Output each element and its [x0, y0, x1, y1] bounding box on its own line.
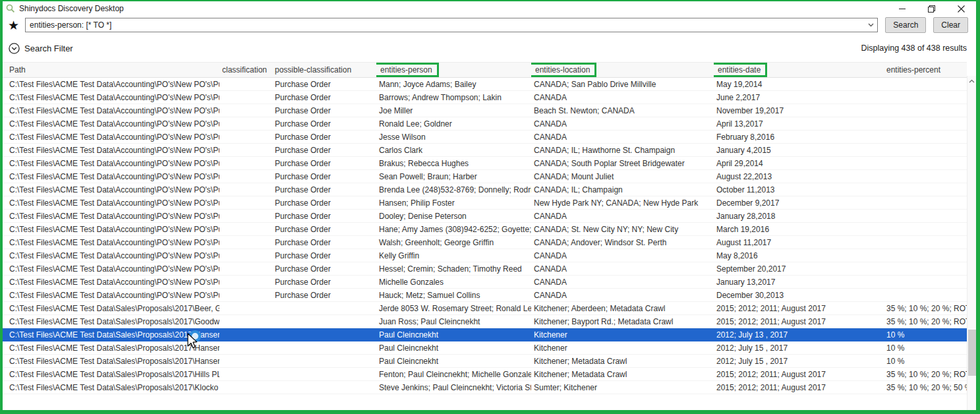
table-row[interactable]: C:\Test Files\ACME Test Data\Accounting\… [3, 117, 967, 131]
cell-entities-location: CANADA; South Poplar Street Bridgewater [531, 157, 714, 170]
cell-entities-date: December 9,2017 [714, 196, 884, 210]
column-header-possible-classification[interactable]: possible-classification [272, 63, 376, 78]
table-row[interactable]: C:\Test Files\ACME Test Data\Accounting\… [3, 131, 967, 144]
table-row[interactable]: C:\Test Files\ACME Test Data\Sales\Propo… [3, 355, 967, 368]
table-row[interactable]: C:\Test Files\ACME Test Data\Accounting\… [3, 289, 967, 302]
magnifier-app-icon [6, 4, 15, 13]
search-filter-toggle[interactable]: Search Filter [9, 43, 73, 54]
cell-entities-date: 2015; 2012; 2011; August 2017 [714, 368, 884, 381]
cell-entities-location: CANADA; St. New City NY; NY; New City [531, 223, 714, 236]
table-row[interactable]: C:\Test Files\ACME Test Data\Accounting\… [3, 210, 967, 223]
cell-entities-date: 2015; 2012; 2011; August 2017 [714, 381, 884, 394]
table-row[interactable]: C:\Test Files\ACME Test Data\Accounting\… [3, 236, 967, 249]
minimize-button[interactable] [887, 1, 917, 16]
column-header-entities-date[interactable]: entities-date [714, 63, 884, 78]
column-header-classification[interactable]: classification [219, 63, 272, 78]
table-row[interactable]: C:\Test Files\ACME Test Data\Accounting\… [3, 262, 967, 276]
cell-entities-percent: 35 %; 10 %; 20 %; 50 %; 5 [884, 381, 967, 394]
table-row[interactable]: C:\Test Files\ACME Test Data\Accounting\… [3, 104, 967, 117]
cell-entities-percent [884, 236, 967, 249]
scroll-up-button[interactable] [967, 76, 976, 86]
cell-classification [219, 210, 272, 223]
cell-entities-person: Carlos Clark [376, 144, 531, 157]
table-row[interactable]: C:\Test Files\ACME Test Data\Accounting\… [3, 249, 967, 262]
table-row[interactable]: C:\Test Files\ACME Test Data\Sales\Propo… [3, 381, 967, 394]
vertical-scrollbar[interactable] [967, 76, 976, 410]
cell-entities-percent [884, 144, 967, 157]
cell-possible-classification: Purchase Order [272, 104, 376, 117]
cell-entities-location: New Hyde Park NY; CANADA; New Hyde Park [531, 196, 714, 210]
cell-possible-classification [272, 381, 376, 394]
table-row[interactable]: C:\Test Files\ACME Test Data\Accounting\… [3, 78, 967, 91]
cell-path: C:\Test Files\ACME Test Data\Accounting\… [3, 276, 219, 289]
column-header-entities-percent[interactable]: entities-percent [884, 63, 967, 78]
app-window: Shinydocs Discovery Desktop ★ [0, 0, 980, 414]
cell-entities-percent: 10 % [884, 341, 967, 355]
table-row[interactable]: C:\Test Files\ACME Test Data\Sales\Propo… [3, 341, 967, 355]
column-header-entities-location[interactable]: entities-location [531, 63, 714, 78]
cell-classification [219, 249, 272, 262]
favorite-star-icon[interactable]: ★ [8, 19, 19, 32]
cell-entities-date: May 19,2014 [714, 78, 884, 91]
cell-entities-location: CANADA; Andover; Windsor St. Perth [531, 236, 714, 249]
table-row[interactable]: C:\Test Files\ACME Test Data\Accounting\… [3, 170, 967, 183]
combo-dropdown-icon[interactable] [865, 18, 877, 32]
table-row[interactable]: C:\Test Files\ACME Test Data\Accounting\… [3, 223, 967, 236]
cell-classification [219, 104, 272, 117]
table-row[interactable]: C:\Test Files\ACME Test Data\Sales\Propo… [3, 328, 967, 341]
cell-entities-percent: 35 %; 10 %; 20 %; ROT %; [884, 368, 967, 381]
cell-entities-person: Paul Cleincnekht [376, 355, 531, 368]
cell-entities-person: Ronald Lee; Goldner [376, 117, 531, 131]
column-header-path[interactable]: Path [3, 63, 219, 78]
search-input[interactable] [25, 18, 878, 32]
table-row[interactable]: C:\Test Files\ACME Test Data\Sales\Propo… [3, 302, 967, 315]
table-row[interactable]: C:\Test Files\ACME Test Data\Accounting\… [3, 276, 967, 289]
cell-possible-classification: Purchase Order [272, 262, 376, 276]
cell-entities-date: April 13,2017 [714, 117, 884, 131]
cell-entities-percent [884, 289, 967, 302]
cell-entities-percent [884, 117, 967, 131]
cell-entities-person: Walsh; Greenholt; George Griffin [376, 236, 531, 249]
cell-entities-date: January 13,2017 [714, 276, 884, 289]
cell-entities-person: Kelly Griffin [376, 249, 531, 262]
cell-classification [219, 91, 272, 104]
cell-entities-date: September 20,2017 [714, 262, 884, 276]
cell-entities-location: CANADA [531, 249, 714, 262]
cell-entities-percent [884, 223, 967, 236]
cell-path: C:\Test Files\ACME Test Data\Sales\Propo… [3, 315, 219, 328]
cell-classification [219, 289, 272, 302]
table-row[interactable]: C:\Test Files\ACME Test Data\Sales\Propo… [3, 315, 967, 328]
cell-path: C:\Test Files\ACME Test Data\Sales\Propo… [3, 355, 219, 368]
cell-path: C:\Test Files\ACME Test Data\Sales\Propo… [3, 328, 219, 341]
cell-entities-person: Hane; Amy James (308)942-6252; Goyette; … [376, 223, 531, 236]
cell-classification [219, 381, 272, 394]
cell-entities-date: October 11,2013 [714, 183, 884, 196]
cell-entities-location: CANADA [531, 276, 714, 289]
cell-entities-date: May 8,2016 [714, 249, 884, 262]
cell-entities-location: CANADA [531, 262, 714, 276]
cell-possible-classification: Purchase Order [272, 183, 376, 196]
cell-possible-classification: Purchase Order [272, 249, 376, 262]
cell-entities-percent [884, 210, 967, 223]
cell-entities-location: CANADA [531, 210, 714, 223]
maximize-button[interactable] [917, 1, 946, 16]
table-row[interactable]: C:\Test Files\ACME Test Data\Accounting\… [3, 157, 967, 170]
cell-entities-percent [884, 262, 967, 276]
table-row[interactable]: C:\Test Files\ACME Test Data\Accounting\… [3, 91, 967, 104]
table-row[interactable]: C:\Test Files\ACME Test Data\Accounting\… [3, 196, 967, 210]
cell-entities-date: February 8,2016 [714, 131, 884, 144]
cell-path: C:\Test Files\ACME Test Data\Accounting\… [3, 104, 219, 117]
scrollbar-thumb[interactable] [968, 330, 976, 376]
clear-button[interactable]: Clear [933, 17, 968, 33]
cell-possible-classification: Purchase Order [272, 289, 376, 302]
cell-entities-percent [884, 78, 967, 91]
search-button[interactable]: Search [885, 17, 926, 33]
close-button[interactable] [946, 1, 976, 16]
column-header-entities-person[interactable]: entities-person [376, 63, 531, 78]
annotation-box: entities-location [531, 63, 596, 77]
table-row[interactable]: C:\Test Files\ACME Test Data\Accounting\… [3, 183, 967, 196]
cell-entities-date: April 29,2014 [714, 157, 884, 170]
table-row[interactable]: C:\Test Files\ACME Test Data\Accounting\… [3, 144, 967, 157]
table-row[interactable]: C:\Test Files\ACME Test Data\Sales\Propo… [3, 368, 967, 381]
cell-possible-classification: Purchase Order [272, 157, 376, 170]
